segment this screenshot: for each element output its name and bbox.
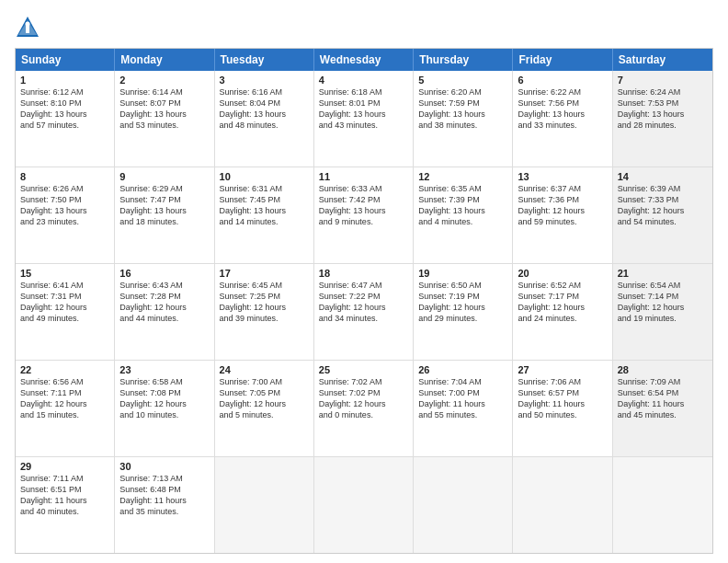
calendar-cell: 20Sunrise: 6:52 AMSunset: 7:17 PMDayligh… [513, 264, 612, 360]
header [15, 15, 713, 40]
calendar-cell [215, 457, 314, 553]
calendar-row: 15Sunrise: 6:41 AMSunset: 7:31 PMDayligh… [16, 263, 712, 360]
day-number: 2 [119, 75, 209, 86]
day-number: 28 [618, 364, 708, 375]
cell-text: Sunrise: 6:52 AMSunset: 7:17 PMDaylight:… [518, 280, 607, 325]
calendar-cell: 28Sunrise: 7:09 AMSunset: 6:54 PMDayligh… [613, 361, 712, 456]
day-number: 21 [618, 268, 708, 279]
day-number: 25 [319, 364, 408, 375]
day-number: 6 [518, 75, 607, 86]
day-number: 17 [220, 268, 309, 279]
day-number: 22 [20, 364, 109, 375]
cell-text: Sunrise: 6:45 AMSunset: 7:25 PMDaylight:… [220, 280, 309, 325]
cell-text: Sunrise: 6:22 AMSunset: 7:56 PMDaylight:… [518, 86, 607, 132]
cell-text: Sunrise: 7:13 AMSunset: 6:48 PMDaylight:… [119, 473, 209, 518]
cell-text: Sunrise: 7:06 AMSunset: 6:57 PMDaylight:… [518, 376, 607, 421]
header-day: Saturday [613, 49, 712, 71]
svg-point-3 [26, 22, 30, 27]
calendar-cell [314, 457, 414, 553]
calendar-row: 22Sunrise: 6:56 AMSunset: 7:11 PMDayligh… [16, 360, 712, 456]
calendar-cell: 19Sunrise: 6:50 AMSunset: 7:19 PMDayligh… [414, 264, 513, 360]
day-number: 23 [119, 364, 209, 375]
calendar-cell [513, 457, 612, 553]
calendar-cell: 27Sunrise: 7:06 AMSunset: 6:57 PMDayligh… [513, 361, 612, 456]
day-number: 13 [518, 171, 607, 182]
calendar-cell: 3Sunrise: 6:16 AMSunset: 8:04 PMDaylight… [215, 71, 314, 167]
calendar-cell: 4Sunrise: 6:18 AMSunset: 8:01 PMDaylight… [314, 71, 414, 167]
day-number: 18 [319, 268, 408, 279]
cell-text: Sunrise: 6:24 AMSunset: 7:53 PMDaylight:… [618, 86, 708, 132]
day-number: 24 [220, 364, 309, 375]
calendar-cell: 1Sunrise: 6:12 AMSunset: 8:10 PMDaylight… [16, 71, 115, 167]
cell-text: Sunrise: 6:37 AMSunset: 7:36 PMDaylight:… [518, 183, 607, 228]
calendar-cell: 14Sunrise: 6:39 AMSunset: 7:33 PMDayligh… [613, 167, 712, 263]
calendar-cell: 29Sunrise: 7:11 AMSunset: 6:51 PMDayligh… [16, 457, 115, 553]
day-number: 26 [418, 364, 507, 375]
cell-text: Sunrise: 6:31 AMSunset: 7:45 PMDaylight:… [220, 183, 309, 228]
day-number: 27 [518, 364, 607, 375]
page: SundayMondayTuesdayWednesdayThursdayFrid… [0, 0, 728, 563]
calendar-row: 8Sunrise: 6:26 AMSunset: 7:50 PMDaylight… [16, 167, 712, 263]
cell-text: Sunrise: 6:29 AMSunset: 7:47 PMDaylight:… [119, 183, 209, 228]
svg-rect-2 [26, 26, 29, 33]
calendar-row: 29Sunrise: 7:11 AMSunset: 6:51 PMDayligh… [16, 456, 712, 553]
logo-icon [15, 15, 40, 40]
cell-text: Sunrise: 7:00 AMSunset: 7:05 PMDaylight:… [220, 376, 309, 421]
day-number: 19 [418, 268, 507, 279]
calendar-cell: 7Sunrise: 6:24 AMSunset: 7:53 PMDaylight… [613, 71, 712, 167]
cell-text: Sunrise: 6:14 AMSunset: 8:07 PMDaylight:… [119, 86, 209, 132]
day-number: 3 [220, 75, 309, 86]
cell-text: Sunrise: 6:47 AMSunset: 7:22 PMDaylight:… [319, 280, 408, 325]
header-day: Sunday [16, 49, 115, 71]
cell-text: Sunrise: 6:50 AMSunset: 7:19 PMDaylight:… [418, 280, 507, 325]
calendar: SundayMondayTuesdayWednesdayThursdayFrid… [15, 48, 713, 554]
header-day: Wednesday [314, 49, 414, 71]
day-number: 15 [20, 268, 109, 279]
calendar-cell: 2Sunrise: 6:14 AMSunset: 8:07 PMDaylight… [115, 71, 214, 167]
calendar-cell: 26Sunrise: 7:04 AMSunset: 7:00 PMDayligh… [414, 361, 513, 456]
day-number: 29 [20, 461, 109, 472]
calendar-cell: 8Sunrise: 6:26 AMSunset: 7:50 PMDaylight… [16, 167, 115, 263]
day-number: 1 [20, 75, 109, 86]
cell-text: Sunrise: 7:11 AMSunset: 6:51 PMDaylight:… [20, 473, 109, 518]
calendar-cell: 17Sunrise: 6:45 AMSunset: 7:25 PMDayligh… [215, 264, 314, 360]
cell-text: Sunrise: 6:58 AMSunset: 7:08 PMDaylight:… [119, 376, 209, 421]
cell-text: Sunrise: 6:54 AMSunset: 7:14 PMDaylight:… [618, 280, 708, 325]
cell-text: Sunrise: 6:16 AMSunset: 8:04 PMDaylight:… [220, 86, 309, 132]
calendar-cell: 25Sunrise: 7:02 AMSunset: 7:02 PMDayligh… [314, 361, 414, 456]
calendar-cell: 6Sunrise: 6:22 AMSunset: 7:56 PMDaylight… [513, 71, 612, 167]
day-number: 30 [119, 461, 209, 472]
calendar-cell [414, 457, 513, 553]
cell-text: Sunrise: 6:56 AMSunset: 7:11 PMDaylight:… [20, 376, 109, 421]
cell-text: Sunrise: 7:02 AMSunset: 7:02 PMDaylight:… [319, 376, 408, 421]
calendar-cell: 16Sunrise: 6:43 AMSunset: 7:28 PMDayligh… [115, 264, 214, 360]
calendar-header: SundayMondayTuesdayWednesdayThursdayFrid… [16, 49, 712, 71]
day-number: 11 [319, 171, 408, 182]
cell-text: Sunrise: 6:39 AMSunset: 7:33 PMDaylight:… [618, 183, 708, 228]
day-number: 10 [220, 171, 309, 182]
logo [15, 15, 44, 40]
day-number: 8 [20, 171, 109, 182]
calendar-cell: 23Sunrise: 6:58 AMSunset: 7:08 PMDayligh… [115, 361, 214, 456]
calendar-body: 1Sunrise: 6:12 AMSunset: 8:10 PMDaylight… [16, 71, 712, 553]
header-day: Tuesday [215, 49, 314, 71]
header-day: Monday [115, 49, 214, 71]
calendar-cell: 5Sunrise: 6:20 AMSunset: 7:59 PMDaylight… [414, 71, 513, 167]
day-number: 7 [618, 75, 708, 86]
calendar-cell: 13Sunrise: 6:37 AMSunset: 7:36 PMDayligh… [513, 167, 612, 263]
calendar-cell [613, 457, 712, 553]
calendar-cell: 30Sunrise: 7:13 AMSunset: 6:48 PMDayligh… [115, 457, 214, 553]
cell-text: Sunrise: 6:33 AMSunset: 7:42 PMDaylight:… [319, 183, 408, 228]
calendar-cell: 22Sunrise: 6:56 AMSunset: 7:11 PMDayligh… [16, 361, 115, 456]
calendar-cell: 12Sunrise: 6:35 AMSunset: 7:39 PMDayligh… [414, 167, 513, 263]
cell-text: Sunrise: 6:26 AMSunset: 7:50 PMDaylight:… [20, 183, 109, 228]
cell-text: Sunrise: 7:04 AMSunset: 7:00 PMDaylight:… [418, 376, 507, 421]
calendar-cell: 9Sunrise: 6:29 AMSunset: 7:47 PMDaylight… [115, 167, 214, 263]
calendar-cell: 21Sunrise: 6:54 AMSunset: 7:14 PMDayligh… [613, 264, 712, 360]
cell-text: Sunrise: 6:35 AMSunset: 7:39 PMDaylight:… [418, 183, 507, 228]
day-number: 16 [119, 268, 209, 279]
cell-text: Sunrise: 6:43 AMSunset: 7:28 PMDaylight:… [119, 280, 209, 325]
calendar-cell: 24Sunrise: 7:00 AMSunset: 7:05 PMDayligh… [215, 361, 314, 456]
header-day: Friday [513, 49, 612, 71]
cell-text: Sunrise: 6:41 AMSunset: 7:31 PMDaylight:… [20, 280, 109, 325]
